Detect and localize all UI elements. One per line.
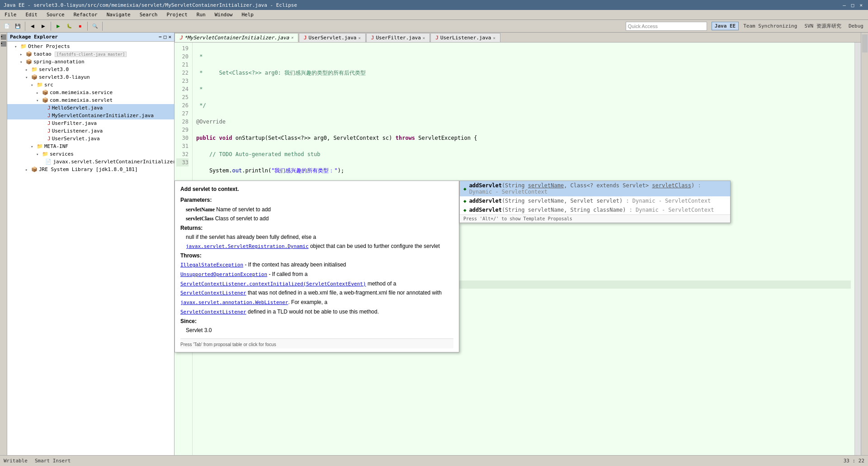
tree-metainf[interactable]: ▾ 📁 META-INF [7,143,174,150]
tab-label: UserListener.java [440,35,491,41]
pe-title: Package Explorer [10,34,58,40]
tab-label: UserFilter.java [376,35,420,41]
minimize-button[interactable]: — [841,2,848,8]
perspective-svn[interactable]: SVN 资源库研究 [802,22,844,30]
menu-file[interactable]: File [2,11,19,19]
tree-spring[interactable]: ▾ 📦 spring-annotation [7,58,174,66]
tree-userservlet[interactable]: ▸ J UserServlet.java [7,135,174,143]
jd-link-unsupported[interactable]: UnsupportedOperationException [180,271,267,277]
ac-text-1: addServlet(String servletName, Class<? e… [469,182,726,195]
window-title: Java EE - servlet3.0-liayun/src/com/meim… [4,2,297,8]
folder-icon: 📁 [20,43,27,49]
jd-link-scl[interactable]: ServletContextListener [180,290,246,296]
jd-param-servletname: servletName Name of servlet to add [186,205,453,214]
menu-search[interactable]: Search [137,11,160,19]
close-button[interactable]: ✕ [858,2,864,8]
perspective-team[interactable]: Team Synchronizing [741,22,800,30]
tree-other-projects[interactable]: ▾ 📁 Other Projects [7,43,174,50]
save-button[interactable]: 💾 [13,21,23,31]
pkg-icon: 📦 [42,97,48,103]
jd-throw-2: UnsupportedOperationException - If calle… [180,270,453,279]
tree-servlet30[interactable]: ▸ 📁 servlet3.0 [7,66,174,73]
pe-maximize[interactable]: □ [164,34,167,40]
tree-servlet-pkg[interactable]: ▾ 📦 com.meimeixia.servlet [7,96,174,104]
tree-label: MyServletContainerInitializer.java [52,113,154,119]
tree-jre[interactable]: ▸ 📦 JRE System Library [jdk1.8.0_181] [7,166,174,173]
jd-throws-label: Throws: [180,251,453,260]
java-tab-icon: J [435,35,439,41]
tab-myservlet[interactable]: J *MyServletContainerInitializer.java ✕ [175,33,298,42]
ac-item-2[interactable]: ◆ addServlet(String servletName, Servlet… [460,196,730,205]
tab-close-userservlet[interactable]: ✕ [358,36,360,40]
ac-list: ◆ addServlet(String servletName, Class<?… [460,181,730,214]
tree-javax-servlet[interactable]: ▸ 📄 javax.servlet.ServletContainerInitia… [7,158,174,166]
jd-link-illegalstate[interactable]: IllegalStateException [180,262,243,268]
project-icon: 📦 [31,74,38,80]
left-icon-2[interactable]: ▸ [1,41,6,47]
right-sidebar [861,33,868,455]
menu-window[interactable]: Window [212,11,236,19]
project-icon: 📦 [26,59,32,65]
maximize-button[interactable]: □ [849,2,856,8]
jd-since-section: Since: Servlet 3.0 [180,317,453,335]
quick-access-box[interactable]: Quick Access [626,22,707,31]
ac-item-1[interactable]: ◆ addServlet(String servletName, Class<?… [460,181,730,196]
tab-close-myservlet[interactable]: ✕ [291,35,293,40]
sep4 [102,22,103,31]
tree-tag: [fastdfs-client-java master] [55,52,127,57]
tree-servlet30-liayun[interactable]: ▾ 📦 servlet3.0-liayun [7,73,174,81]
tab-close-userlistener[interactable]: ✕ [493,36,495,40]
tree-src[interactable]: ▾ 📁 src [7,81,174,89]
java-tab-icon: J [304,35,307,41]
editor-scrollbar[interactable] [854,43,861,455]
tree-label: META-INF [44,143,68,149]
file-icon: 📄 [45,159,52,165]
tab-userlistener[interactable]: J UserListener.java ✕ [430,33,500,42]
tree-services[interactable]: ▾ 📁 services [7,150,174,158]
pe-close[interactable]: ✕ [168,34,171,40]
tree-label: services [50,151,74,157]
run-button[interactable]: ▶ [53,21,63,31]
tab-userservlet[interactable]: J UserServlet.java ✕ [299,33,366,42]
tree-myservlet[interactable]: ▸ J MyServletContainerInitializer.java [7,112,174,119]
project-icon: 📦 [26,51,32,57]
ac-item-3[interactable]: ◆ addServlet(String servletName, String … [460,205,730,214]
stop-button[interactable]: ■ [75,21,85,31]
tree-service-pkg[interactable]: ▸ 📦 com.meimeixia.service [7,89,174,96]
title-bar-controls: — □ ✕ [841,2,864,8]
jd-throw-1: IllegalStateException - If the context h… [180,260,453,270]
jd-footer: Press 'Tab' from proposal table or click… [180,338,453,348]
menu-project[interactable]: Project [164,11,190,19]
jd-throw-3: ServletContextListener that was not defi… [180,288,453,307]
tab-userfilter[interactable]: J UserFilter.java ✕ [366,33,430,42]
jd-link-scl2[interactable]: ServletContextListener [180,309,246,315]
jd-link-registration[interactable]: javax.servlet.ServletRegistration.Dynami… [186,243,309,249]
pe-minimize[interactable]: − [159,34,162,40]
ac-icon-3: ◆ [463,207,467,213]
forward-button[interactable]: ▶ [38,21,48,31]
search-button[interactable]: 🔍 [90,21,100,31]
perspective-javaee[interactable]: Java EE [712,22,739,30]
left-icon-strip: ▸ ▸ [0,33,7,455]
menu-run[interactable]: Run [194,11,208,19]
status-position: 33 : 22 [844,458,864,464]
menu-navigate[interactable]: Navigate [104,11,133,19]
menu-source[interactable]: Source [44,11,67,19]
right-icon-1[interactable] [862,34,868,52]
tab-close-userfilter[interactable]: ✕ [423,36,425,40]
menu-refactor[interactable]: Refactor [71,11,100,19]
back-button[interactable]: ◀ [28,21,38,31]
menu-help[interactable]: Help [239,11,256,19]
jd-link-weblistener[interactable]: javax.servlet.annotation.WebListener [180,300,288,305]
perspective-debug[interactable]: Debug [846,22,866,30]
tree-helloservlet[interactable]: ▸ J HelloServlet.java [7,104,174,112]
menu-edit[interactable]: Edit [23,11,41,19]
tree-userlistener[interactable]: ▸ J UserListener.java [7,127,174,135]
jd-link-contextlistener[interactable]: ServletContextListener.contextInitialize… [180,281,366,287]
code-editor[interactable]: 19 20 21 22 23 24 25 26 27 28 29 30 31 3… [175,43,861,455]
tree-taotao[interactable]: ▸ 📦 taotao [fastdfs-client-java master] [7,50,174,58]
tree-userfilter[interactable]: ▸ J UserFilter.java [7,119,174,127]
left-icon-1[interactable]: ▸ [1,34,6,40]
new-button[interactable]: 📄 [2,21,12,31]
debug-button[interactable]: 🐛 [64,21,74,31]
